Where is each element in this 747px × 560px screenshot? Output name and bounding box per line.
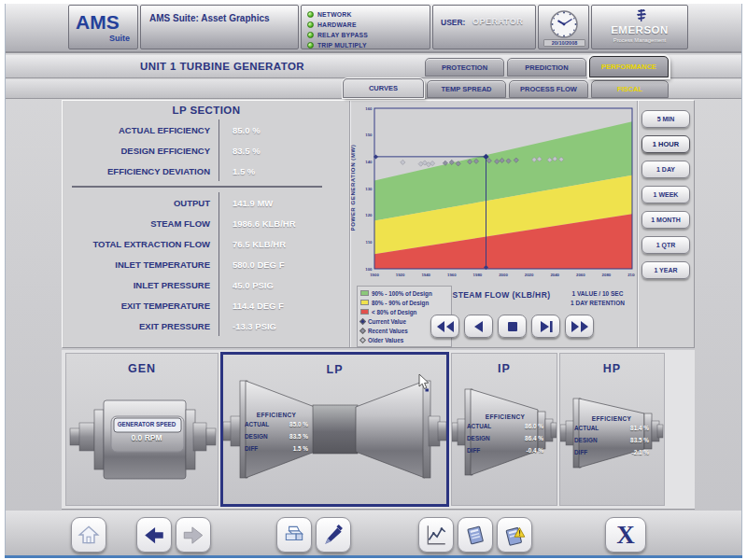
legend-label: Recent Values (368, 328, 408, 334)
row-label: TOTAL EXTRACTION FLOW (71, 239, 218, 249)
trip-multiply-led-icon (307, 42, 314, 49)
emerson-brand-box: EMERSON Process Management (591, 5, 688, 49)
brand-tagline: Process Management (592, 37, 687, 43)
svg-text:110: 110 (366, 240, 374, 245)
stop-button[interactable] (498, 315, 527, 338)
time-range-1week-button[interactable]: 1 WEEK (641, 186, 690, 203)
tab-process-flow[interactable]: PROCESS FLOW (509, 80, 588, 98)
row-value: 85.0 % (218, 119, 261, 140)
tab-curves[interactable]: CURVES (343, 78, 424, 98)
svg-text:150: 150 (365, 133, 373, 137)
row-value: 1986.6 KLB/HR (218, 213, 296, 233)
svg-text:160: 160 (365, 106, 373, 111)
row-value: 1.5 % (218, 161, 255, 181)
efficiency-row: DESIGN 83.5 % (574, 434, 649, 446)
close-x-glyph: X (616, 523, 635, 548)
rewind-icon (436, 320, 455, 333)
tab-performance[interactable]: PERFORMANCE (589, 56, 669, 77)
svg-text:1980: 1980 (473, 273, 483, 277)
status-label: HARDWARE (317, 21, 357, 28)
generator-speed-value: 0.0 RPM (113, 433, 180, 442)
row-value: 114.4 DEG F (218, 295, 284, 315)
time-range-1year-button[interactable]: 1 YEAR (641, 261, 690, 279)
lp-row: EXIT TEMPERATURE 114.4 DEG F (71, 295, 342, 315)
row-label: EFFICIENCY DEVIATION (71, 166, 218, 176)
report-alert-button[interactable] (497, 517, 532, 553)
stop-icon (503, 320, 522, 333)
step-forward-icon (537, 320, 556, 333)
retention-line: 1 DAY RETENTION (551, 299, 644, 308)
mouse-cursor-icon (417, 373, 431, 392)
step-back-button[interactable] (464, 315, 493, 338)
report-book-icon (463, 523, 487, 547)
trend-button[interactable] (418, 517, 454, 553)
tab-protection[interactable]: PROTECTION (425, 58, 504, 77)
fast-forward-icon (571, 320, 589, 333)
row-value: -13.3 PSIG (218, 315, 276, 336)
emerson-logo-icon (634, 8, 649, 23)
step-back-icon (470, 320, 488, 333)
time-range-1qtr-button[interactable]: 1 QTR (641, 236, 690, 254)
status-label: RELAY BYPASS (317, 32, 368, 38)
hp-efficiency-block: EFFICIENCY ACTUAL 81.4 % DESIGN 83.5 % D… (574, 415, 649, 458)
svg-text:1960: 1960 (447, 273, 457, 277)
yellow-band-swatch-icon (360, 300, 369, 305)
efficiency-row: ACTUAL 85.0 % (245, 418, 308, 430)
row-value: 83.5 % (218, 140, 261, 161)
clock-box: 20/10/2008 (538, 5, 589, 49)
row-label: EXIT PRESSURE (71, 321, 218, 331)
tools-button[interactable] (316, 517, 351, 553)
rewind-button[interactable] (430, 315, 459, 338)
home-button[interactable] (71, 517, 106, 553)
efficiency-title: EFFICIENCY (467, 413, 543, 420)
trend-chart-icon (424, 523, 448, 547)
step-forward-button[interactable] (531, 315, 560, 338)
home-icon (77, 523, 101, 547)
forward-button[interactable] (176, 517, 211, 553)
tab-fiscal[interactable]: FISCAL (591, 80, 669, 98)
svg-text:100: 100 (365, 267, 373, 272)
status-label: NETWORK (317, 11, 352, 18)
row-label: DESIGN EFFICIENCY (71, 146, 218, 156)
svg-text:2000: 2000 (499, 273, 508, 277)
svg-text:2040: 2040 (550, 273, 559, 277)
row-label: INLET PRESSURE (71, 280, 218, 290)
lp-efficiency-block: EFFICIENCY ACTUAL 85.0 % DESIGN 83.5 % D… (245, 412, 308, 455)
ams-logo: AMS Suite (68, 5, 138, 49)
time-range-5min-button[interactable]: 5 MIN (641, 110, 690, 128)
network-led-icon (307, 11, 314, 18)
efficiency-title: EFFICIENCY (574, 415, 649, 422)
lp-row: INLET PRESSURE 45.0 PSIG (71, 274, 342, 295)
print-button[interactable] (276, 517, 312, 553)
report-alert-icon (502, 523, 527, 547)
fast-forward-button[interactable] (565, 315, 594, 338)
ip-efficiency-block: EFFICIENCY ACTUAL 86.0 % DESIGN 86.4 % D… (467, 413, 543, 456)
svg-text:130: 130 (365, 187, 373, 191)
row-label: INLET TEMPERATURE (71, 259, 218, 270)
tab-prediction[interactable]: PREDICTION (507, 58, 586, 77)
efficiency-row: ACTUAL 86.0 % (467, 420, 543, 432)
panel-divider (637, 101, 639, 347)
svg-text:120: 120 (365, 213, 373, 217)
close-button[interactable]: X (605, 517, 646, 553)
report-button[interactable] (458, 517, 493, 553)
efficiency-row: ACTUAL 81.4 % (574, 422, 649, 434)
lp-row: STEAM FLOW 1986.6 KLB/HR (71, 213, 342, 233)
status-row-trip-multiply: TRIP MULTIPLY (307, 40, 430, 50)
time-range-1hour-button[interactable]: 1 HOUR (641, 135, 690, 153)
time-range-1day-button[interactable]: 1 DAY (641, 161, 690, 178)
time-range-1month-button[interactable]: 1 MONTH (641, 211, 690, 229)
row-label: ACTUAL EFFICIENCY (71, 125, 218, 135)
back-arrow-icon (142, 523, 166, 547)
user-box: USER: OPERATOR (432, 5, 536, 49)
tab-temp-spread[interactable]: TEMP SPREAD (427, 80, 506, 98)
green-band-swatch-icon (360, 290, 369, 296)
lp-row: INLET TEMPERATURE 580.0 DEG F (71, 254, 342, 274)
red-band-swatch-icon (360, 309, 369, 315)
legend-label: < 80% of Design (372, 309, 416, 315)
row-value: 580.0 DEG F (218, 254, 284, 274)
ams-asset-graphics-screen: AMS Suite AMS Suite: Asset Graphics NETW… (0, 0, 747, 560)
hardware-led-icon (307, 21, 314, 28)
back-button[interactable] (136, 517, 172, 553)
row-label: OUTPUT (71, 198, 218, 208)
